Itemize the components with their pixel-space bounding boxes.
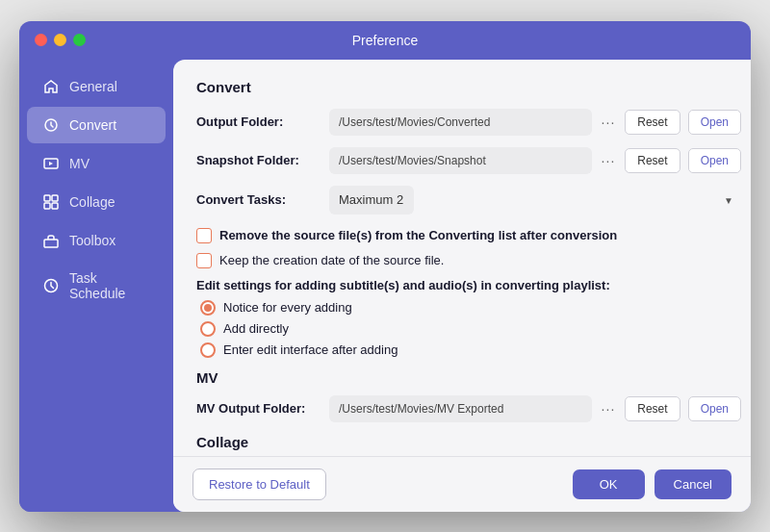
home-icon [42, 78, 60, 95]
radio-notice-label: Notice for every adding [223, 300, 352, 315]
cancel-button[interactable]: Cancel [654, 469, 732, 499]
radio-directly-row: Add directly [196, 321, 741, 337]
output-folder-reset[interactable]: Reset [625, 110, 680, 135]
sidebar-item-collage[interactable]: Collage [27, 184, 166, 220]
radio-notice[interactable] [200, 300, 216, 316]
svg-rect-2 [44, 195, 50, 201]
toolbox-icon [42, 232, 60, 249]
mv-dots[interactable]: ··· [600, 401, 618, 417]
mv-open-btn[interactable]: Open [688, 396, 741, 421]
mv-reset-btn[interactable]: Reset [625, 396, 680, 421]
window-controls [35, 34, 86, 46]
subtitle-section-label: Edit settings for adding subtitle(s) and… [196, 278, 741, 292]
svg-rect-6 [44, 240, 58, 247]
checkbox-remove-row: Remove the source file(s) from the Conve… [196, 228, 741, 243]
collage-icon [42, 193, 60, 211]
preference-window: Preference General Conv [19, 21, 751, 512]
checkbox-remove[interactable] [196, 228, 212, 243]
svg-rect-5 [52, 203, 58, 209]
sidebar-label-toolbox: Toolbox [69, 233, 116, 248]
snapshot-folder-row: Snapshot Folder: ··· Reset Open [196, 147, 741, 174]
mv-output-folder-input[interactable] [329, 395, 592, 422]
radio-edit[interactable] [200, 342, 216, 358]
snapshot-folder-input[interactable] [329, 147, 592, 174]
snapshot-folder-dots[interactable]: ··· [600, 153, 618, 168]
radio-edit-label: Enter edit interface after adding [223, 342, 398, 357]
sidebar-item-mv[interactable]: MV [27, 145, 166, 182]
snapshot-folder-open[interactable]: Open [688, 148, 741, 173]
snapshot-folder-reset[interactable]: Reset [625, 148, 680, 173]
checkbox-creation[interactable] [196, 253, 212, 268]
convert-section-title: Convert [196, 79, 741, 95]
sidebar-item-toolbox[interactable]: Toolbox [27, 222, 166, 259]
sidebar-item-general[interactable]: General [27, 68, 166, 105]
sidebar-label-convert: Convert [69, 117, 116, 133]
main-content: Convert Output Folder: ··· Reset Open Sn… [173, 60, 751, 512]
window-body: General Convert MV [19, 60, 751, 512]
sidebar-label-taskschedule: Task Schedule [69, 270, 150, 301]
svg-rect-4 [44, 203, 50, 209]
collage-section-title: Collage [196, 434, 741, 450]
mv-output-folder-row: MV Output Folder: ··· Reset Open [196, 395, 741, 422]
maximize-button[interactable] [73, 34, 86, 46]
sidebar-label-mv: MV [69, 156, 90, 171]
snapshot-folder-label: Snapshot Folder: [196, 153, 321, 167]
checkbox-creation-row: Keep the creation date of the source fil… [196, 253, 741, 268]
output-folder-row: Output Folder: ··· Reset Open [196, 109, 741, 136]
sidebar-item-convert[interactable]: Convert [27, 107, 166, 143]
output-folder-label: Output Folder: [196, 114, 321, 129]
convert-tasks-select-wrapper: Maximum 2 Maximum 4 Maximum 8 ▼ [329, 186, 741, 215]
convert-icon [42, 116, 60, 134]
radio-directly[interactable] [200, 321, 216, 337]
minimize-button[interactable] [54, 34, 66, 46]
restore-default-button[interactable]: Restore to Default [192, 469, 326, 500]
svg-rect-3 [52, 195, 58, 201]
sidebar: General Convert MV [19, 60, 173, 512]
radio-edit-row: Enter edit interface after adding [196, 342, 741, 358]
mv-section-title: MV [196, 369, 741, 386]
convert-tasks-label: Convert Tasks: [196, 192, 321, 207]
sidebar-item-taskschedule[interactable]: Task Schedule [27, 261, 166, 311]
footer-actions: OK Cancel [573, 469, 732, 499]
sidebar-label-general: General [69, 79, 117, 94]
close-button[interactable] [35, 34, 47, 46]
titlebar: Preference [19, 21, 751, 60]
output-folder-open[interactable]: Open [688, 110, 741, 135]
convert-tasks-row: Convert Tasks: Maximum 2 Maximum 4 Maxim… [196, 186, 741, 215]
window-title: Preference [352, 33, 418, 48]
select-arrow-icon: ▼ [724, 194, 733, 205]
ok-button[interactable]: OK [573, 469, 645, 499]
subtitle-section: Edit settings for adding subtitle(s) and… [196, 278, 741, 358]
content-scroll[interactable]: Convert Output Folder: ··· Reset Open Sn… [173, 60, 751, 456]
radio-directly-label: Add directly [223, 321, 289, 336]
output-folder-dots[interactable]: ··· [600, 114, 618, 130]
clock-icon [42, 277, 60, 294]
radio-notice-row: Notice for every adding [196, 300, 741, 316]
convert-tasks-select[interactable]: Maximum 2 Maximum 4 Maximum 8 [329, 186, 414, 215]
sidebar-label-collage: Collage [69, 194, 115, 210]
checkbox-remove-label: Remove the source file(s) from the Conve… [219, 228, 617, 242]
mv-icon [42, 155, 60, 172]
checkbox-creation-label: Keep the creation date of the source fil… [219, 253, 444, 267]
output-folder-input[interactable] [329, 109, 592, 136]
footer: Restore to Default OK Cancel [173, 456, 751, 512]
mv-output-folder-label: MV Output Folder: [196, 401, 321, 416]
